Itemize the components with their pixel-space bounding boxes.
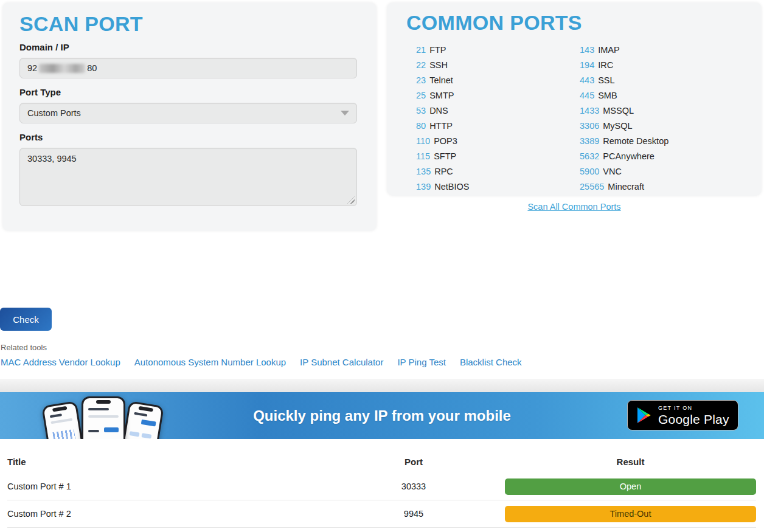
common-port-item: 22 SSH xyxy=(416,57,580,72)
google-play-badge[interactable]: GET IT ON Google Play xyxy=(627,400,738,430)
common-port-item: 143 IMAP xyxy=(580,42,762,57)
port-number-link[interactable]: 5900 xyxy=(580,167,599,176)
port-name-label: Minecraft xyxy=(608,182,644,192)
port-name-label: MySQL xyxy=(603,121,632,131)
port-number-link[interactable]: 3306 xyxy=(580,121,599,131)
port-number-link[interactable]: 22 xyxy=(416,60,426,70)
port-name-label: SFTP xyxy=(434,151,456,161)
port-number-link[interactable]: 115 xyxy=(416,151,430,161)
scan-port-panel: SCAN PORT Domain / IP 9280 Port Type Cus… xyxy=(2,2,377,231)
port-name-label: SMTP xyxy=(429,91,454,100)
port-name-label: IRC xyxy=(598,60,613,70)
domain-ip-input[interactable]: 9280 xyxy=(19,58,357,78)
phone-mockup-center xyxy=(82,396,125,439)
results-table: Title Port Result Custom Port # 1 30333 … xyxy=(7,450,756,528)
port-number-link[interactable]: 143 xyxy=(580,45,594,55)
results-table-body: Custom Port # 1 30333 Open Custom Port #… xyxy=(7,473,756,528)
port-number-link[interactable]: 53 xyxy=(416,106,426,116)
row-result-cell: Open xyxy=(474,478,756,495)
port-name-label: PCAnywhere xyxy=(603,151,655,161)
common-port-item: 115 SFTP xyxy=(416,148,580,164)
related-tool-link[interactable]: IP Subnet Calculator xyxy=(300,357,383,367)
ports-textarea[interactable]: 30333, 9945 xyxy=(19,148,357,206)
port-number-link[interactable]: 5632 xyxy=(580,151,599,161)
status-badge: Open xyxy=(505,478,756,495)
common-port-item: 25565 Minecraft xyxy=(580,179,762,194)
status-badge: Timed-Out xyxy=(505,506,756,522)
common-port-item: 135 RPC xyxy=(416,164,580,179)
port-name-label: SMB xyxy=(598,91,617,100)
port-type-select[interactable]: Custom Ports xyxy=(19,103,357,123)
port-name-label: DNS xyxy=(429,106,448,116)
scan-all-common-ports-link[interactable]: Scan All Common Ports xyxy=(527,202,620,212)
domain-ip-value-prefix: 92 xyxy=(27,63,37,73)
port-name-label: HTTP xyxy=(429,121,453,131)
port-number-link[interactable]: 139 xyxy=(416,182,431,192)
related-tool-link[interactable]: IP Ping Test xyxy=(397,357,446,367)
port-name-label: VNC xyxy=(603,167,622,176)
port-number-link[interactable]: 445 xyxy=(580,91,594,100)
common-port-item: 110 POP3 xyxy=(416,133,580,148)
common-port-item: 23 Telnet xyxy=(416,72,580,88)
common-port-item: 21 FTP xyxy=(416,42,580,57)
related-tool-link[interactable]: Blacklist Check xyxy=(460,357,522,367)
header-title: Title xyxy=(7,457,353,467)
table-row: Custom Port # 2 9945 Timed-Out xyxy=(7,500,756,528)
common-ports-title: COMMON PORTS xyxy=(406,11,762,35)
related-tool-link[interactable]: MAC Address Vendor Lookup xyxy=(1,357,120,367)
port-number-link[interactable]: 23 xyxy=(416,75,426,85)
port-number-link[interactable]: 80 xyxy=(416,121,426,131)
common-ports-column-2: 143 IMAP 194 IRC 443 SSL 445 xyxy=(580,42,762,194)
common-port-item: 194 IRC xyxy=(580,57,762,72)
ports-label: Ports xyxy=(19,132,357,142)
mobile-app-banner: Quickly ping any IP from your mobile GET… xyxy=(0,392,764,439)
port-name-label: SSH xyxy=(429,60,448,70)
port-type-selected-value: Custom Ports xyxy=(27,108,81,118)
port-name-label: Remote Desktop xyxy=(603,136,668,146)
results-table-header: Title Port Result xyxy=(7,450,756,473)
port-name-label: NetBIOS xyxy=(434,182,469,192)
port-number-link[interactable]: 25 xyxy=(416,91,426,100)
port-type-label: Port Type xyxy=(19,87,357,97)
port-number-link[interactable]: 135 xyxy=(416,167,431,176)
row-port-cell: 9945 xyxy=(353,509,474,519)
page: SCAN PORT Domain / IP 9280 Port Type Cus… xyxy=(0,0,764,532)
header-port: Port xyxy=(353,457,474,467)
common-port-item: 443 SSL xyxy=(580,72,762,88)
common-port-item: 3306 MySQL xyxy=(580,118,762,133)
common-ports-panel: COMMON PORTS 21 FTP 22 SSH 23 xyxy=(387,2,762,196)
common-port-item: 1433 MSSQL xyxy=(580,103,762,118)
google-play-get-it-on-text: GET IT ON xyxy=(658,406,729,411)
port-name-label: Telnet xyxy=(429,75,453,85)
check-button[interactable]: Check xyxy=(0,308,52,331)
common-ports-grid: 21 FTP 22 SSH 23 Telnet 25 xyxy=(416,42,762,194)
port-number-link[interactable]: 443 xyxy=(580,75,594,85)
table-row: Custom Port # 1 30333 Open xyxy=(7,473,756,500)
port-number-link[interactable]: 194 xyxy=(580,60,594,70)
common-port-item: 5900 VNC xyxy=(580,164,762,179)
port-number-link[interactable]: 110 xyxy=(416,136,430,146)
domain-ip-value-suffix: 80 xyxy=(87,63,97,73)
redacted-text-blur xyxy=(39,64,85,73)
port-number-link[interactable]: 3389 xyxy=(580,136,599,146)
google-play-wordmark: Google Play xyxy=(658,413,729,426)
banner-top-shadow-band xyxy=(0,379,764,392)
port-number-link[interactable]: 25565 xyxy=(580,182,604,192)
google-play-icon xyxy=(635,407,652,424)
port-name-label: POP3 xyxy=(434,136,457,146)
port-name-label: IMAP xyxy=(598,45,619,55)
row-title-cell: Custom Port # 1 xyxy=(7,482,353,491)
domain-ip-label: Domain / IP xyxy=(19,42,357,52)
port-name-label: MSSQL xyxy=(603,106,634,116)
port-number-link[interactable]: 1433 xyxy=(580,106,599,116)
port-name-label: RPC xyxy=(434,167,453,176)
related-tool-link[interactable]: Autonomous System Number Lookup xyxy=(134,357,286,367)
header-result: Result xyxy=(474,457,756,467)
chevron-down-icon xyxy=(341,111,349,116)
common-port-item: 445 SMB xyxy=(580,88,762,103)
related-tools-links: MAC Address Vendor Lookup Autonomous Sys… xyxy=(1,357,522,367)
port-name-label: FTP xyxy=(429,45,446,55)
related-tools-label: Related tools xyxy=(1,343,47,352)
port-number-link[interactable]: 21 xyxy=(416,45,426,55)
scan-port-title: SCAN PORT xyxy=(19,12,357,36)
